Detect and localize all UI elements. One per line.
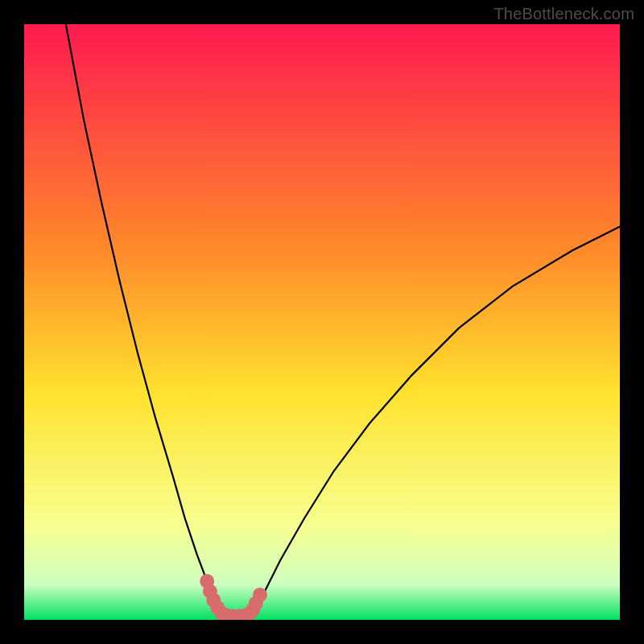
marker-point [253,588,267,602]
plot-area [24,24,620,620]
gradient-background [24,24,620,620]
watermark-text: TheBottleneck.com [493,5,634,23]
chart-frame: TheBottleneck.com [0,0,644,644]
plot-svg [24,24,620,620]
